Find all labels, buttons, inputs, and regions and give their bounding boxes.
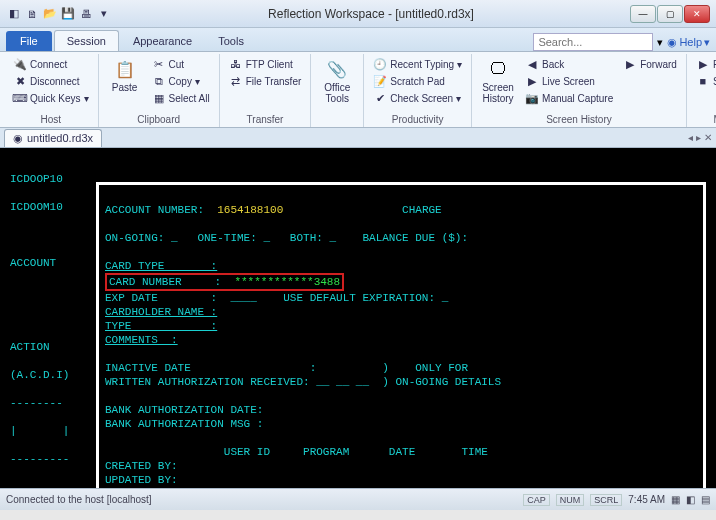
updated-line: UPDATED BY: xyxy=(105,474,178,486)
doc-icon: ◉ xyxy=(13,132,23,145)
quickkeys-icon: ⌨ xyxy=(13,91,27,105)
cardnum-value: ************3488 xyxy=(234,276,340,288)
term-dashes2: --------- xyxy=(10,453,69,465)
selectall-icon: ▦ xyxy=(152,91,166,105)
terminal-screen[interactable]: ICDOOP10 ICDOOM10 ACCOUNT ACTION (A.C.D.… xyxy=(0,148,716,488)
recenttyping-button[interactable]: 🕘Recent Typing ▾ xyxy=(370,56,465,72)
headers-line: USER ID PROGRAM DATE TIME xyxy=(105,446,488,458)
title-bar: ◧ 🗎 📂 💾 🖶 ▾ Reflection Workspace - [unti… xyxy=(0,0,716,28)
status-icon-3[interactable]: ▤ xyxy=(701,494,710,505)
written-line: WRITTEN AUTHORIZATION RECEIVED: __ __ __… xyxy=(105,376,501,388)
close-button[interactable]: ✕ xyxy=(684,5,710,23)
livescreen-button[interactable]: ▶Live Screen xyxy=(522,73,616,89)
qat-dropdown-icon[interactable]: ▾ xyxy=(96,6,112,22)
scratch-icon: 📝 xyxy=(373,74,387,88)
status-icon-1[interactable]: ▦ xyxy=(671,494,680,505)
ongoing-line: ON-GOING: _ ONE-TIME: _ BOTH: _ BALANCE … xyxy=(105,232,468,244)
bankmsg-line: BANK AUTHORIZATION MSG : xyxy=(105,418,263,430)
connect-icon: 🔌 xyxy=(13,57,27,71)
charge-label: CHARGE xyxy=(402,204,442,216)
term-action: ACTION xyxy=(10,341,50,353)
stop-icon: ■ xyxy=(696,74,710,88)
ribbon-tabs: File Session Appearance Tools ▾ ◉Help ▾ xyxy=(0,28,716,52)
ribbon-group-host: 🔌Connect ✖Disconnect ⌨Quick Keys ▾ Host xyxy=(4,54,99,127)
bankdate-line: BANK AUTHORIZATION DATE: xyxy=(105,404,263,416)
acct-value: 1654188100 xyxy=(217,204,283,216)
scratchpad-button[interactable]: 📝Scratch Pad xyxy=(370,73,465,89)
check-icon: ✔ xyxy=(373,91,387,105)
connect-button[interactable]: 🔌Connect xyxy=(10,56,92,72)
cap-indicator: CAP xyxy=(523,494,550,506)
type-line: TYPE : xyxy=(105,320,217,332)
document-tab-bar: ◉ untitled0.rd3x ◂ ▸ ✕ xyxy=(0,128,716,148)
term-dashes: -------- xyxy=(10,397,63,409)
minimize-button[interactable]: — xyxy=(630,5,656,23)
help-button[interactable]: ◉Help ▾ xyxy=(667,36,710,49)
term-account-left: ACCOUNT xyxy=(10,257,56,269)
quickkeys-button[interactable]: ⌨Quick Keys ▾ xyxy=(10,90,92,106)
qat-new-icon[interactable]: 🗎 xyxy=(24,6,40,22)
window-title: Reflection Workspace - [untitled0.rd3x] xyxy=(112,7,630,21)
qat-open-icon[interactable]: 📂 xyxy=(42,6,58,22)
ribbon-group-officetools: 📎Office Tools xyxy=(311,54,364,127)
search-dropdown-icon[interactable]: ▾ xyxy=(657,36,663,49)
search-input[interactable] xyxy=(533,33,653,51)
recent-icon: 🕘 xyxy=(373,57,387,71)
cardholder-line: CARDHOLDER NAME : xyxy=(105,306,217,318)
officetools-button[interactable]: 📎Office Tools xyxy=(317,56,357,106)
cut-icon: ✂ xyxy=(152,57,166,71)
runmacro-button[interactable]: ▶Run Macro xyxy=(693,56,716,72)
cardnumber-highlight: CARD NUMBER : ************3488 xyxy=(105,273,344,291)
maximize-button[interactable]: ▢ xyxy=(657,5,683,23)
screenhistory-icon: 🖵 xyxy=(487,58,509,80)
paste-button[interactable]: 📋Paste xyxy=(105,56,145,95)
expdate-line: EXP DATE : ____ USE DEFAULT EXPIRATION: … xyxy=(105,292,448,304)
cardnum-label: CARD NUMBER : xyxy=(109,276,221,288)
term-icd2: ICDOOM10 xyxy=(10,201,63,213)
term-icd1: ICDOOP10 xyxy=(10,173,63,185)
help-icon: ◉ xyxy=(667,36,677,49)
ribbon-group-productivity: 🕘Recent Typing ▾ 📝Scratch Pad ✔Check Scr… xyxy=(364,54,472,127)
filetransfer-button[interactable]: ⇄File Transfer xyxy=(226,73,305,89)
ribbon: 🔌Connect ✖Disconnect ⌨Quick Keys ▾ Host … xyxy=(0,52,716,128)
term-pipe: | | xyxy=(10,425,69,437)
session-tab[interactable]: Session xyxy=(54,30,119,51)
live-icon: ▶ xyxy=(525,74,539,88)
forward-icon: ▶ xyxy=(623,57,637,71)
selectall-button[interactable]: ▦Select All xyxy=(149,90,213,106)
cut-button[interactable]: ✂Cut xyxy=(149,56,213,72)
doc-tab-label: untitled0.rd3x xyxy=(27,132,93,144)
qat-save-icon[interactable]: 💾 xyxy=(60,6,76,22)
copy-icon: ⧉ xyxy=(152,74,166,88)
forward-button[interactable]: ▶Forward xyxy=(620,56,680,72)
tools-tab[interactable]: Tools xyxy=(206,31,256,51)
copy-button[interactable]: ⧉Copy ▾ xyxy=(149,73,213,89)
disconnect-button[interactable]: ✖Disconnect xyxy=(10,73,92,89)
filetransfer-icon: ⇄ xyxy=(229,74,243,88)
inactive-line: INACTIVE DATE : ) ONLY FOR xyxy=(105,362,468,374)
appearance-tab[interactable]: Appearance xyxy=(121,31,204,51)
checkscreen-button[interactable]: ✔Check Screen ▾ xyxy=(370,90,465,106)
doctabs-controls[interactable]: ◂ ▸ ✕ xyxy=(688,132,712,143)
document-tab[interactable]: ◉ untitled0.rd3x xyxy=(4,129,102,147)
stopmacro-button[interactable]: ■Stop Macro xyxy=(693,73,716,89)
manual-icon: 📷 xyxy=(525,91,539,105)
disconnect-icon: ✖ xyxy=(13,74,27,88)
run-icon: ▶ xyxy=(696,57,710,71)
paste-icon: 📋 xyxy=(114,58,136,80)
officetools-icon: 📎 xyxy=(326,58,348,80)
screenhistory-button[interactable]: 🖵Screen History xyxy=(478,56,518,106)
status-time: 7:45 AM xyxy=(628,494,665,505)
ftp-button[interactable]: 🖧FTP Client xyxy=(226,56,305,72)
back-icon: ◀ xyxy=(525,57,539,71)
file-tab[interactable]: File xyxy=(6,31,52,51)
manualcapture-button[interactable]: 📷Manual Capture xyxy=(522,90,616,106)
qat-print-icon[interactable]: 🖶 xyxy=(78,6,94,22)
back-button[interactable]: ◀Back xyxy=(522,56,616,72)
quick-access-toolbar: ◧ 🗎 📂 💾 🖶 ▾ xyxy=(6,6,112,22)
comments-line: COMMENTS : xyxy=(105,334,178,346)
num-indicator: NUM xyxy=(556,494,585,506)
ribbon-group-macros: ▶Run Macro ■Stop Macro Macros xyxy=(687,54,716,127)
scrl-indicator: SCRL xyxy=(590,494,622,506)
status-icon-2[interactable]: ◧ xyxy=(686,494,695,505)
